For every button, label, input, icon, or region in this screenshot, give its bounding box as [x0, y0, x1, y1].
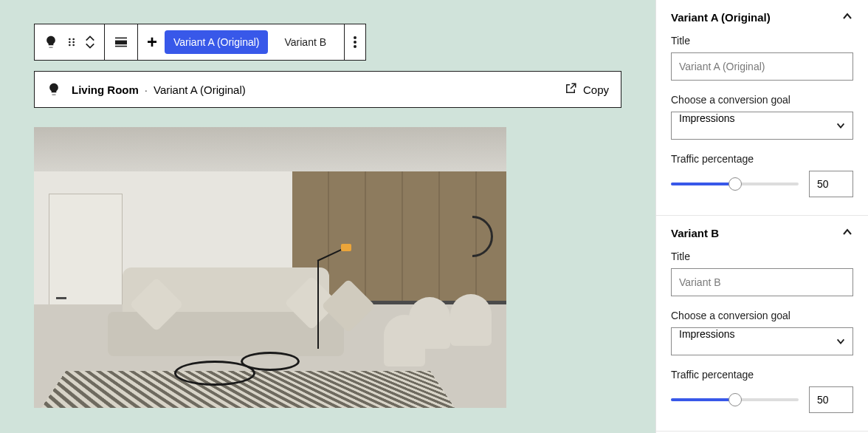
- breadcrumb-bar: Living Room · Variant A (Original) Copy: [34, 71, 621, 108]
- more-options-icon[interactable]: [354, 36, 356, 48]
- svg-rect-6: [115, 38, 127, 39]
- slider-thumb[interactable]: [728, 177, 742, 191]
- preview-image: [34, 127, 506, 408]
- traffic-value-input[interactable]: [809, 386, 853, 413]
- add-icon[interactable]: +: [147, 32, 157, 52]
- panel-header-variant-b[interactable]: Variant B: [671, 226, 853, 240]
- block-name: Living Room: [72, 83, 139, 96]
- settings-sidebar: Variant A (Original) Title Choose a conv…: [655, 0, 868, 433]
- svg-rect-8: [115, 46, 127, 47]
- drag-handle-icon[interactable]: [66, 36, 78, 48]
- traffic-slider[interactable]: [671, 183, 799, 185]
- traffic-value-input[interactable]: [809, 171, 853, 197]
- panel-variant-b: Variant B Title Choose a conversion goal…: [656, 216, 868, 432]
- align-icon[interactable]: [114, 36, 128, 48]
- title-input[interactable]: [671, 268, 853, 296]
- title-label: Title: [671, 35, 853, 47]
- chevron-up-icon: [841, 10, 853, 24]
- goal-select[interactable]: Impressions: [671, 112, 853, 140]
- svg-point-0: [69, 38, 71, 41]
- bulb-icon: [46, 82, 61, 97]
- move-up-down[interactable]: [85, 35, 95, 50]
- goal-label: Choose a conversion goal: [671, 94, 853, 106]
- variant-tab-b[interactable]: Variant B: [275, 30, 335, 54]
- svg-rect-7: [115, 41, 127, 45]
- bulb-icon[interactable]: [44, 35, 58, 50]
- block-toolbar: + Variant A (Original) Variant B: [34, 24, 366, 61]
- svg-point-5: [72, 44, 75, 47]
- slider-thumb[interactable]: [728, 393, 742, 406]
- export-icon: [564, 82, 577, 98]
- goal-select[interactable]: Impressions: [671, 327, 853, 355]
- canvas-area: + Variant A (Original) Variant B Living …: [0, 0, 655, 433]
- traffic-label: Traffic percentage: [671, 153, 853, 165]
- panel-header-variant-a[interactable]: Variant A (Original): [671, 10, 853, 24]
- breadcrumb-text: Living Room · Variant A (Original): [72, 83, 246, 96]
- panel-title: Variant B: [671, 227, 719, 239]
- breadcrumb-variant: Variant A (Original): [154, 83, 246, 96]
- goal-label: Choose a conversion goal: [671, 310, 853, 321]
- title-label: Title: [671, 250, 853, 262]
- panel-variant-a: Variant A (Original) Title Choose a conv…: [656, 0, 868, 216]
- svg-point-3: [72, 41, 75, 44]
- traffic-label: Traffic percentage: [671, 369, 853, 381]
- variant-tab-a[interactable]: Variant A (Original): [165, 30, 268, 54]
- traffic-slider[interactable]: [671, 398, 799, 401]
- svg-point-4: [69, 44, 71, 47]
- svg-point-2: [69, 41, 71, 44]
- chevron-up-icon: [841, 226, 853, 240]
- svg-point-1: [72, 38, 75, 41]
- title-input[interactable]: [671, 52, 853, 81]
- copy-button[interactable]: Copy: [564, 82, 609, 98]
- panel-title: Variant A (Original): [671, 11, 771, 24]
- copy-label: Copy: [583, 83, 609, 96]
